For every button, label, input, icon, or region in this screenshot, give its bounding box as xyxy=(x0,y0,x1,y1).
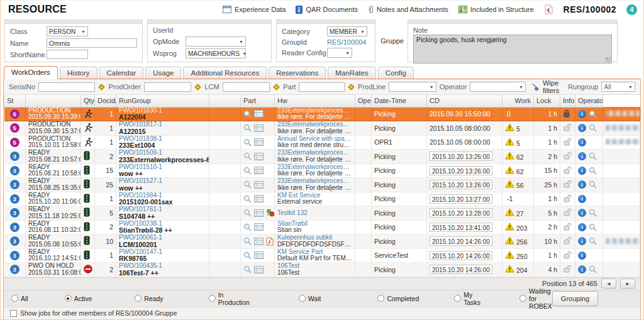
part-link[interactable]: StianTrøbil xyxy=(277,221,352,228)
grid-icon[interactable] xyxy=(254,195,264,202)
lookup-diamond-icon[interactable] xyxy=(195,84,201,90)
lock-open-icon[interactable] xyxy=(563,166,572,174)
column-header-blank-1[interactable] xyxy=(26,95,81,107)
table-row[interactable]: 5PRODUCTION2015.09.30 15:37:001PWO/10181… xyxy=(4,121,640,136)
grid-icon[interactable] xyxy=(254,266,264,273)
info-icon[interactable]: i xyxy=(578,167,586,175)
tab-workorders[interactable]: WorkOrders xyxy=(4,66,58,79)
column-header-blank-5[interactable] xyxy=(209,95,241,107)
column-header-Hw[interactable]: Hw xyxy=(275,95,355,107)
prodorder-input[interactable] xyxy=(144,82,192,92)
lock-open-icon[interactable] xyxy=(563,180,572,188)
datetime-input[interactable]: 2015.10.20 14:26:00 xyxy=(430,251,492,260)
column-header-Operator[interactable]: Operator xyxy=(575,95,603,107)
magnifier-icon[interactable] xyxy=(243,138,252,146)
opmode-select[interactable]: ▼ xyxy=(186,36,246,47)
info-icon[interactable]: i xyxy=(578,110,586,118)
table-row[interactable]: 5PRODUCTION2015.09.30 15:39:001PWO/10183… xyxy=(4,107,640,121)
kit-icon[interactable] xyxy=(266,209,275,217)
part-link[interactable]: 233Externalworkprocesses xyxy=(277,178,352,185)
grid-icon[interactable] xyxy=(254,209,264,217)
toolbar-item-notes-and-attachments[interactable]: Notes and Attachments xyxy=(368,5,448,14)
grid-icon[interactable] xyxy=(254,181,264,189)
magnifier-icon[interactable] xyxy=(589,180,597,189)
info-icon[interactable]: i xyxy=(578,195,586,203)
column-header-Work[interactable]: Work xyxy=(502,95,534,107)
part-link[interactable]: Annual Service with spare parts xyxy=(277,136,352,143)
tab-additional-resources[interactable]: Additional Resources xyxy=(183,67,267,79)
radio-active[interactable]: Active xyxy=(65,295,92,302)
lock-open-icon[interactable] xyxy=(563,223,572,231)
grouping-button[interactable]: Grouping xyxy=(552,291,598,306)
docid-link[interactable]: PWO/101527-1 xyxy=(119,178,206,185)
docid-link[interactable]: PWO/101817-1 xyxy=(119,121,206,128)
magnifier-icon[interactable] xyxy=(589,223,597,231)
note-textarea[interactable]: Picking goods, husk rengjøring xyxy=(413,35,612,63)
column-header-CD[interactable]: CD xyxy=(427,95,502,107)
column-header-Qty[interactable]: Qty xyxy=(81,95,95,107)
radio-my-tasks[interactable]: My Tasks xyxy=(454,291,480,306)
info-icon[interactable]: i xyxy=(578,138,586,146)
rungroup-select[interactable]: All▼ xyxy=(601,82,635,92)
column-header-Info[interactable]: Info xyxy=(560,95,575,107)
part-link[interactable]: KM Ext Service xyxy=(277,192,352,199)
table-row[interactable]: 3READY2016.08.11 10:32:002PWO/100238-1St… xyxy=(4,220,640,234)
serialno-input[interactable] xyxy=(38,82,95,92)
magnifier-icon[interactable] xyxy=(589,110,597,118)
info-icon[interactable]: i xyxy=(578,180,586,189)
part-link[interactable]: 233Externalworkprocesses xyxy=(277,164,352,171)
magnifier-icon[interactable] xyxy=(243,110,252,118)
magnifier-icon[interactable] xyxy=(243,195,252,203)
tab-manrates[interactable]: ManRates xyxy=(328,67,375,79)
docid-link[interactable]: PWO/101509-1 xyxy=(119,150,206,157)
magnifier-icon[interactable] xyxy=(243,237,252,245)
datetime-input[interactable]: 2015.10.20 13:28:00 xyxy=(430,208,492,218)
grid-icon[interactable] xyxy=(254,124,264,132)
lock-open-icon[interactable] xyxy=(563,152,572,160)
column-header-Lock[interactable]: Lock xyxy=(534,95,560,107)
operator-select[interactable]: ▼ xyxy=(470,82,526,92)
toolbar-item-included-in-structure[interactable]: Included in Structure xyxy=(458,6,534,13)
column-header-Operation[interactable]: Operation xyxy=(355,95,372,107)
datetime-input[interactable]: 2015.10.20 13:26:00 xyxy=(430,180,492,189)
info-icon[interactable]: i xyxy=(578,265,586,273)
grid-icon[interactable] xyxy=(254,238,264,245)
name-field[interactable]: Ommis xyxy=(47,38,137,48)
table-row[interactable]: 3READY2016.10.12 14:51:001PWO/100147-1RK… xyxy=(4,248,640,263)
info-icon[interactable]: i xyxy=(578,124,586,132)
table-row[interactable]: 5PRODUCTION2015.10.01 13:58:001PWO/10183… xyxy=(4,135,640,150)
part-link[interactable]: 233Externalworkprocesses xyxy=(277,150,352,157)
pdf-icon[interactable] xyxy=(544,4,553,14)
readerconfig-select[interactable]: ▼ xyxy=(327,48,352,58)
lock-open-icon[interactable] xyxy=(563,194,572,202)
grid-icon[interactable] xyxy=(254,138,264,146)
tab-usage[interactable]: Usage xyxy=(145,67,181,79)
info-icon[interactable]: i xyxy=(578,209,586,217)
lock-open-icon[interactable] xyxy=(563,236,572,245)
grid-icon[interactable] xyxy=(254,167,264,174)
table-row[interactable]: 3READY2015.10.20 11:06:001PWO/101984-120… xyxy=(4,192,640,206)
datetime-input[interactable]: 2015.10.20 14:26:00 xyxy=(430,236,492,246)
lookup-diamond-icon[interactable] xyxy=(348,84,355,90)
part-link[interactable]: Kulepennhus subkit xyxy=(277,234,352,241)
table-row[interactable]: 3PWO ON HOLD2015.03.31 16:08:002PWO/1004… xyxy=(4,263,640,277)
grid-icon[interactable] xyxy=(254,153,264,160)
table-row[interactable]: 3READY2015.05.08 10:55:0010PWO/100061-1L… xyxy=(4,234,640,249)
magnifier-icon[interactable] xyxy=(243,124,252,132)
radio-waiting-for-robex[interactable]: Waiting for ROBEX xyxy=(519,287,552,310)
prev-page-button[interactable]: ◄ xyxy=(601,279,616,289)
grid-icon[interactable] xyxy=(254,251,264,259)
magnifier-icon[interactable] xyxy=(589,209,597,217)
datetime-input[interactable]: 2015.10.20 13:41:00 xyxy=(430,223,492,232)
tab-reservations[interactable]: Reservations xyxy=(269,67,326,79)
toolbar-item-qar-documents[interactable]: QAR Documents xyxy=(296,6,358,14)
grid-icon[interactable] xyxy=(254,223,264,231)
radio-all[interactable]: All xyxy=(11,295,28,302)
info-icon[interactable]: i xyxy=(578,237,586,245)
magnifier-icon[interactable] xyxy=(243,265,252,273)
table-row[interactable]: 3READY2015.08.25 15:35:0025PWO/101527-1w… xyxy=(4,178,640,192)
wipe-filters-button[interactable]: Wipe filters xyxy=(531,79,565,94)
magnifier-icon[interactable] xyxy=(243,167,252,175)
lock-open-icon[interactable] xyxy=(563,265,572,273)
toolbar-item-experience-data[interactable]: Experience Data xyxy=(223,6,286,13)
